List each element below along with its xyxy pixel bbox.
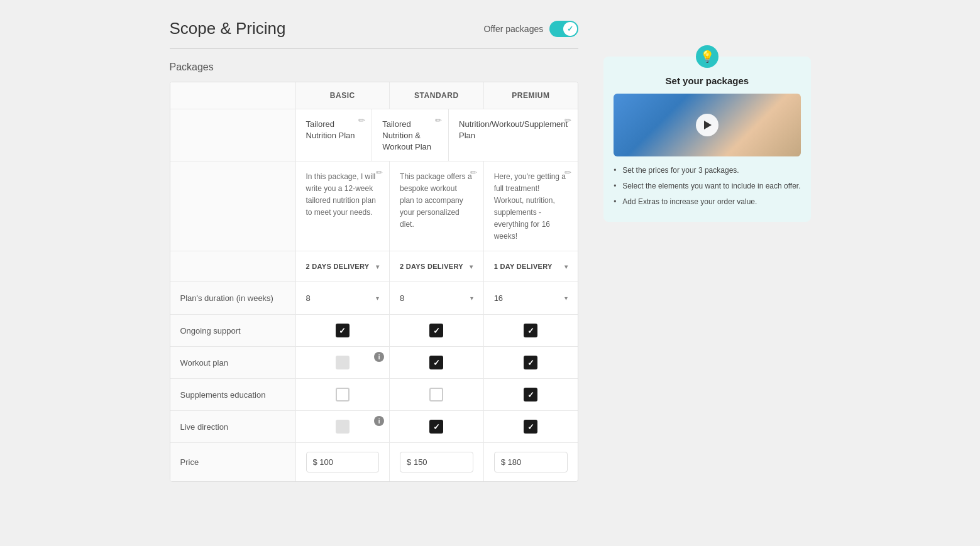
premium-supplements-cell[interactable] [484,379,578,410]
basic-pkg-name: Tailored Nutrition Plan [306,119,355,140]
delivery-row: 2 DAYS DELIVERY ▾ 2 DAYS DELIVERY ▾ 1 DA… [170,251,578,282]
package-desc-row: In this package, I will write you a 12-w… [170,161,578,251]
column-header-row: BASIC STANDARD PREMIUM [170,82,578,109]
basic-header: BASIC [296,82,390,109]
premium-duration-value: 16 [494,293,503,303]
basic-delivery-cell[interactable]: 2 DAYS DELIVERY ▾ [296,251,390,281]
standard-supplements-checkbox[interactable] [429,388,443,401]
standard-delivery-select[interactable]: 2 DAYS DELIVERY ▾ [400,260,473,273]
standard-price-input[interactable] [400,452,473,472]
video-thumbnail[interactable] [614,94,800,156]
toggle-knob [563,22,577,36]
premium-workout-plan-cell[interactable] [484,347,578,378]
duration-label: Plan's duration (in weeks) [170,282,296,314]
standard-ongoing-support-cell[interactable] [390,315,484,346]
basic-duration-value: 8 [306,293,311,303]
standard-live-direction-checkbox[interactable] [429,420,443,434]
packages-table: BASIC STANDARD PREMIUM Tailored Nutritio… [170,82,579,482]
standard-delivery-value: 2 DAYS DELIVERY [400,263,463,270]
toggle-switch[interactable] [549,21,578,37]
standard-name-edit-icon[interactable]: ✏ [435,116,442,125]
workout-plan-info-icon[interactable]: i [374,352,384,362]
basic-delivery-select[interactable]: 2 DAYS DELIVERY ▾ [306,260,380,273]
help-item-1: Set the prices for your 3 packages. [614,165,800,176]
premium-price-input[interactable] [494,452,568,472]
pkg-desc-row-label [170,161,296,251]
play-button[interactable] [696,114,718,136]
live-direction-info-icon[interactable]: i [374,416,384,426]
standard-duration-select[interactable]: 8 ▾ [400,291,473,305]
standard-desc-cell: This package offers a bespoke workout pl… [390,161,484,251]
premium-delivery-chevron: ▾ [564,263,568,270]
empty-header-cell [170,82,296,109]
premium-supplements-checkbox[interactable] [524,388,537,401]
premium-header: PREMIUM [484,82,578,109]
premium-live-direction-cell[interactable] [484,411,578,442]
premium-ongoing-support-checkbox[interactable] [524,324,537,337]
premium-duration-select[interactable]: 16 ▾ [494,291,568,305]
package-names-row: Tailored Nutrition Plan ✏ Tailored Nutri… [170,109,578,161]
premium-price-cell[interactable] [484,443,578,481]
basic-workout-plan-checkbox [336,356,350,369]
premium-live-direction-checkbox[interactable] [524,420,537,434]
sidebar: 💡 Set your packages Set the prices for y… [603,19,810,482]
help-card-title: Set your packages [614,75,800,86]
standard-ongoing-support-checkbox[interactable] [429,324,443,337]
standard-name-cell: Tailored Nutrition & Workout Plan ✏ [372,109,449,161]
premium-delivery-cell[interactable]: 1 DAY DELIVERY ▾ [484,251,578,281]
basic-duration-chevron: ▾ [376,295,379,302]
standard-delivery-cell[interactable]: 2 DAYS DELIVERY ▾ [390,251,484,281]
premium-workout-plan-checkbox[interactable] [524,356,537,369]
basic-supplements-cell[interactable] [296,379,390,410]
premium-name-edit-icon[interactable]: ✏ [564,116,571,125]
offer-packages-toggle[interactable]: Offer packages [484,21,579,37]
standard-desc-edit-icon[interactable]: ✏ [470,168,477,177]
standard-desc: This package offers a bespoke workout pl… [400,172,472,229]
price-label: Price [170,443,296,481]
packages-section-title: Packages [170,62,579,73]
premium-delivery-select[interactable]: 1 DAY DELIVERY ▾ [494,260,568,273]
premium-desc-edit-icon[interactable]: ✏ [564,168,571,177]
ongoing-support-label: Ongoing support [170,315,296,346]
standard-supplements-cell[interactable] [390,379,484,410]
basic-name-cell: Tailored Nutrition Plan ✏ [296,109,373,161]
basic-desc-edit-icon[interactable]: ✏ [376,168,383,177]
basic-live-direction-cell[interactable]: i [296,411,390,442]
standard-workout-plan-cell[interactable] [390,347,484,378]
basic-ongoing-support-cell[interactable] [296,315,390,346]
supplements-education-row: Supplements education [170,379,578,411]
supplements-education-label: Supplements education [170,379,296,410]
basic-desc: In this package, I will write you a 12-w… [306,172,376,217]
standard-duration-cell[interactable]: 8 ▾ [390,282,484,314]
basic-ongoing-support-checkbox[interactable] [336,324,350,337]
basic-delivery-chevron: ▾ [376,263,379,270]
workout-plan-label: Workout plan [170,347,296,378]
ongoing-support-row: Ongoing support [170,315,578,347]
basic-duration-select[interactable]: 8 ▾ [306,291,380,305]
premium-desc-cell: Here, you're getting a full treatment! W… [484,161,578,251]
premium-duration-cell[interactable]: 16 ▾ [484,282,578,314]
premium-ongoing-support-cell[interactable] [484,315,578,346]
basic-live-direction-checkbox [336,420,350,434]
standard-live-direction-cell[interactable] [390,411,484,442]
standard-delivery-chevron: ▾ [470,263,473,270]
standard-price-cell[interactable] [390,443,484,481]
workout-plan-row: Workout plan i [170,347,578,379]
offer-packages-label: Offer packages [484,24,544,34]
live-direction-row: Live direction i [170,411,578,443]
standard-duration-chevron: ▾ [470,295,473,302]
standard-header: STANDARD [390,82,484,109]
basic-supplements-checkbox[interactable] [336,388,350,401]
standard-duration-value: 8 [400,293,404,303]
lightbulb-icon: 💡 [696,45,718,68]
basic-duration-cell[interactable]: 8 ▾ [296,282,390,314]
help-list: Set the prices for your 3 packages. Sele… [614,165,800,207]
standard-workout-plan-checkbox[interactable] [429,356,443,369]
price-row: Price [170,443,578,481]
help-card: 💡 Set your packages Set the prices for y… [603,57,810,222]
basic-workout-plan-cell[interactable]: i [296,347,390,378]
basic-name-edit-icon[interactable]: ✏ [358,116,365,125]
basic-price-input[interactable] [306,452,380,472]
page-header: Scope & Pricing Offer packages [170,19,579,49]
basic-price-cell[interactable] [296,443,390,481]
